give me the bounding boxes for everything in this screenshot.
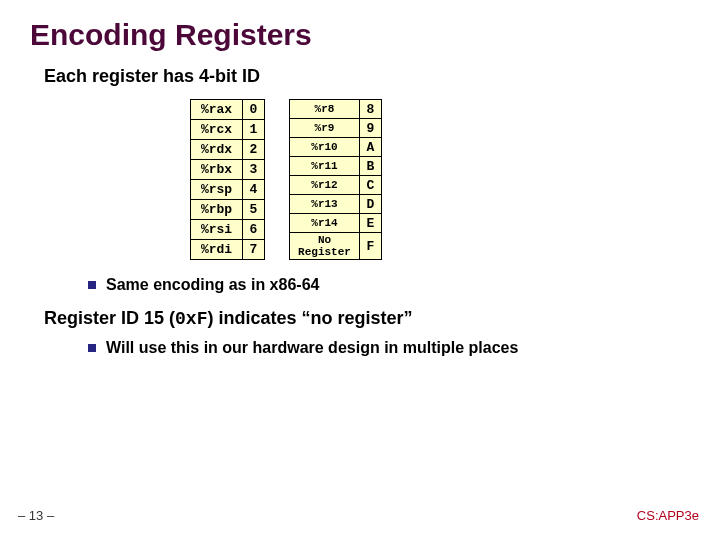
heading-text-pre: Register ID 15 (: [44, 308, 175, 328]
table-row: %rbp5: [191, 200, 265, 220]
table-row: %r13D: [290, 195, 382, 214]
register-name: %rdx: [191, 140, 243, 160]
slide-number: – 13 –: [18, 508, 54, 523]
register-name: %rdi: [191, 240, 243, 260]
register-id: 4: [243, 180, 265, 200]
table-row: No RegisterF: [290, 233, 382, 260]
bullet-item: Will use this in our hardware design in …: [88, 339, 689, 357]
register-name: %r11: [290, 157, 360, 176]
register-id: C: [360, 176, 382, 195]
register-id: 0: [243, 100, 265, 120]
register-id: 1: [243, 120, 265, 140]
register-name: %rsi: [191, 220, 243, 240]
register-table-right: %r88 %r99 %r10A %r11B %r12C %r13D %r14E …: [289, 99, 382, 260]
table-row: %rax0: [191, 100, 265, 120]
heading-code: 0xF: [175, 309, 207, 329]
register-id: F: [360, 233, 382, 260]
table-row: %rdx2: [191, 140, 265, 160]
table-row: %rbx3: [191, 160, 265, 180]
table-row: %r12C: [290, 176, 382, 195]
table-row: %r10A: [290, 138, 382, 157]
register-name: %r13: [290, 195, 360, 214]
register-name: %rsp: [191, 180, 243, 200]
register-id: B: [360, 157, 382, 176]
slide-title: Encoding Registers: [30, 18, 689, 52]
heading-no-register: Register ID 15 (0xF) indicates “no regis…: [44, 308, 689, 329]
table-row: %r99: [290, 119, 382, 138]
register-id: 9: [360, 119, 382, 138]
register-id: D: [360, 195, 382, 214]
register-id: 3: [243, 160, 265, 180]
register-id: 2: [243, 140, 265, 160]
register-id: 7: [243, 240, 265, 260]
register-name: No Register: [290, 233, 360, 260]
register-name: %r12: [290, 176, 360, 195]
register-id: 8: [360, 100, 382, 119]
register-name: %rbp: [191, 200, 243, 220]
register-name: %r10: [290, 138, 360, 157]
register-table-left: %rax0 %rcx1 %rdx2 %rbx3 %rsp4 %rbp5 %rsi…: [190, 99, 265, 260]
table-row: %r11B: [290, 157, 382, 176]
course-label: CS:APP3e: [637, 508, 699, 523]
square-bullet-icon: [88, 281, 96, 289]
subheading: Each register has 4-bit ID: [44, 66, 689, 87]
register-id: 6: [243, 220, 265, 240]
register-id: 5: [243, 200, 265, 220]
table-row: %r14E: [290, 214, 382, 233]
table-row: %r88: [290, 100, 382, 119]
register-name: %r14: [290, 214, 360, 233]
register-name: %r8: [290, 100, 360, 119]
register-name: %rcx: [191, 120, 243, 140]
heading-text-post: ) indicates “no register”: [207, 308, 412, 328]
table-row: %rsi6: [191, 220, 265, 240]
square-bullet-icon: [88, 344, 96, 352]
bullet-text: Will use this in our hardware design in …: [106, 339, 518, 357]
register-id: A: [360, 138, 382, 157]
bullet-text: Same encoding as in x86-64: [106, 276, 319, 294]
register-tables: %rax0 %rcx1 %rdx2 %rbx3 %rsp4 %rbp5 %rsi…: [190, 99, 689, 260]
bullet-item: Same encoding as in x86-64: [88, 276, 689, 294]
register-id: E: [360, 214, 382, 233]
table-row: %rdi7: [191, 240, 265, 260]
table-row: %rcx1: [191, 120, 265, 140]
register-name: %r9: [290, 119, 360, 138]
register-name: %rax: [191, 100, 243, 120]
register-name: %rbx: [191, 160, 243, 180]
table-row: %rsp4: [191, 180, 265, 200]
